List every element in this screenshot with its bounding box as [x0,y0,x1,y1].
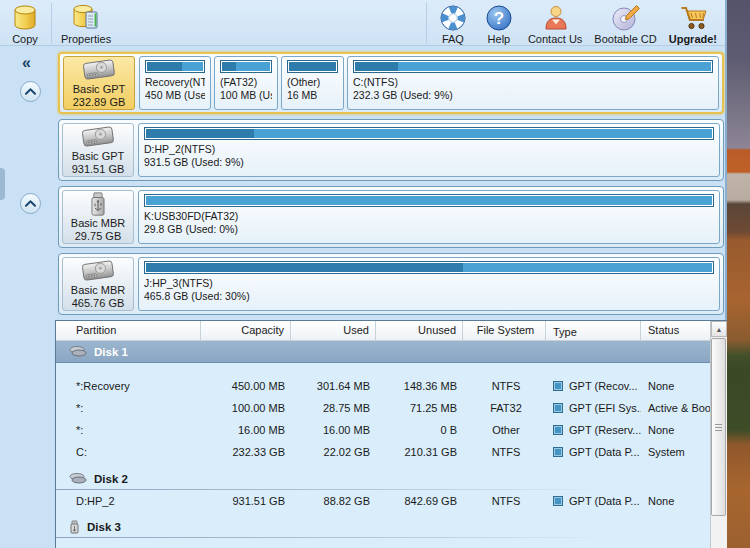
group-row-disk-1[interactable]: Disk 1 [56,341,710,363]
partition-j[interactable]: J:HP_3(NTFS) 465.8 GB (Used: 30%) [138,257,720,311]
column-unused[interactable]: Unused [376,321,463,340]
copy-disk-icon [10,3,40,33]
disk-4-header[interactable]: Basic MBR 465.76 GB [62,257,134,311]
table-row-d[interactable]: D:HP_2 931.51 GB 88.82 GB 842.69 GB NTFS… [56,490,710,512]
table-row-recovery[interactable]: *:Recovery 450.00 MB 301.64 MB 148.36 MB… [56,375,710,397]
content-area: Basic GPT 232.89 GB Recovery(NTF 450 MB … [55,46,727,548]
table-vertical-scrollbar[interactable]: ▲ [710,321,727,548]
disk-2-partitions: D:HP_2(NTFS) 931.5 GB (Used: 9%) [138,123,720,177]
usage-bar [145,60,205,73]
scrollbar-grip [715,424,722,431]
group-row-disk-3[interactable]: Disk 3 [56,516,710,538]
toolbar-left-group: Copy Properties [2,1,117,45]
scroll-up-button[interactable]: ▲ [711,321,727,337]
contact-person-icon [540,3,570,33]
usb-icon [87,191,109,217]
column-type[interactable]: Type [546,321,641,340]
disk-group-icon [69,345,87,358]
column-file-system[interactable]: File System [463,321,546,340]
usage-bar [220,60,272,73]
usage-bar [287,60,338,73]
scrollbar-thumb[interactable] [711,338,726,516]
header-gutter [56,321,69,340]
disk-3-partitions: K:USB30FD(FAT32) 29.8 GB (Used: 0%) [138,190,720,244]
disk-type-label: Basic MBR [71,217,125,230]
table-row-c[interactable]: C: 232.33 GB 22.02 GB 210.31 GB NTFS GPT… [56,441,710,463]
disk-size-label: 29.75 GB [75,230,121,243]
partition-type-chip [553,403,563,413]
toolbar-separator [426,3,427,43]
partition-type-chip [553,496,563,506]
panel-edge-handle[interactable] [0,168,5,200]
collapse-disk-section-button[interactable] [19,80,42,103]
upgrade-button[interactable]: Upgrade! [663,1,723,46]
copy-button[interactable]: Copy [2,1,48,46]
partition-table: Partition Capacity Used Unused File Syst… [55,320,727,548]
table-row-efi[interactable]: *: 100.00 MB 28.75 MB 71.25 MB FAT32 GPT… [56,397,710,419]
partition-k[interactable]: K:USB30FD(FAT32) 29.8 GB (Used: 0%) [138,190,720,244]
disk-group-icon [69,472,87,485]
disk-1-header[interactable]: Basic GPT 232.89 GB [63,56,135,110]
desktop-wallpaper [727,0,750,548]
usage-bar [353,60,713,73]
disk-1-partitions: Recovery(NTF 450 MB (Used: (FAT32) 100 M… [139,56,719,110]
partition-type-chip [553,425,563,435]
collapse-disk-section-button-2[interactable] [19,192,42,215]
scrollbar-track[interactable] [711,337,727,548]
hdd-icon [78,258,118,284]
disk-4-partitions: J:HP_3(NTFS) 465.8 GB (Used: 30%) [138,257,720,311]
hdd-icon [79,57,119,83]
partition-efi[interactable]: (FAT32) 100 MB (Used: [214,56,278,110]
table-row-reserved[interactable]: *: 16.00 MB 16.00 MB 0 B Other GPT (Rese… [56,419,710,441]
toolbar-right-group: FAQ ? Help Contact Us [423,1,723,45]
table-header: Partition Capacity Used Unused File Syst… [56,321,710,341]
partition-c[interactable]: C:(NTFS) 232.3 GB (Used: 9%) [347,56,719,110]
column-partition[interactable]: Partition [69,321,201,340]
help-button[interactable]: ? Help [476,1,522,46]
disk-size-label: 931.51 GB [72,163,125,176]
disk-type-label: Basic GPT [73,83,126,96]
partition-other[interactable]: (Other) 16 MB [281,56,344,110]
disk-3-header[interactable]: Basic MBR 29.75 GB [62,190,134,244]
disk-row-2[interactable]: Basic GPT 931.51 GB D:HP_2(NTFS) 931.5 G… [58,119,724,181]
column-capacity[interactable]: Capacity [201,321,291,340]
partition-recovery[interactable]: Recovery(NTF 450 MB (Used: [139,56,211,110]
lifering-icon [438,3,468,33]
left-gutter: « [0,46,55,547]
collapse-sidebar-button[interactable]: « [22,54,31,72]
usage-bar [144,261,714,274]
properties-label: Properties [61,33,111,45]
cd-pencil-icon [611,3,641,33]
contact-us-button[interactable]: Contact Us [522,1,588,46]
group-row-disk-2[interactable]: Disk 2 [56,468,710,490]
disk-size-label: 465.76 GB [72,297,125,310]
partition-type-chip [553,447,563,457]
disk-row-3[interactable]: Basic MBR 29.75 GB K:USB30FD(FAT32) 29.8… [58,186,724,248]
properties-button[interactable]: Properties [55,1,117,46]
properties-disk-icon [71,3,101,33]
contact-us-label: Contact Us [528,33,582,45]
toolbar-separator [51,3,52,43]
disk-size-label: 232.89 GB [73,96,126,109]
disk-2-header[interactable]: Basic GPT 931.51 GB [62,123,134,177]
disk-row-4[interactable]: Basic MBR 465.76 GB J:HP_3(NTFS) 465.8 G… [58,253,724,315]
faq-button[interactable]: FAQ [430,1,476,46]
question-icon: ? [484,3,514,33]
disk-type-label: Basic GPT [72,150,125,163]
app-window: Copy Properties [0,0,727,548]
hdd-icon [78,124,118,150]
shopping-cart-icon [678,3,708,33]
disk-row-1[interactable]: Basic GPT 232.89 GB Recovery(NTF 450 MB … [58,52,724,114]
disk-type-label: Basic MBR [71,284,125,297]
partition-type-chip [553,381,563,391]
bootable-cd-button[interactable]: Bootable CD [588,1,662,46]
main-area: « [0,46,725,547]
bootable-cd-label: Bootable CD [594,33,656,45]
column-used[interactable]: Used [291,321,376,340]
copy-label: Copy [12,33,38,45]
screen: Copy Properties [0,0,750,548]
usage-bar [144,127,714,140]
partition-d[interactable]: D:HP_2(NTFS) 931.5 GB (Used: 9%) [138,123,720,177]
svg-text:?: ? [494,9,504,28]
column-status[interactable]: Status [641,321,710,340]
